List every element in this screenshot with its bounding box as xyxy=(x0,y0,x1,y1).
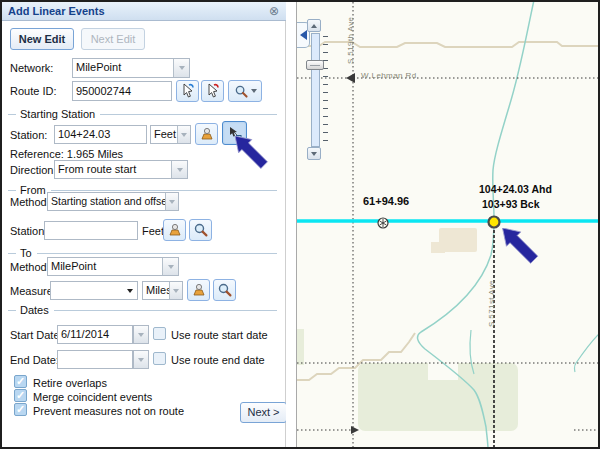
start-date-input[interactable]: 6/11/2014 xyxy=(57,325,133,344)
map-canvas xyxy=(297,2,598,447)
from-station-label: Station: xyxy=(10,225,47,237)
add-linear-events-panel: Add Linear Events ⊗ New Edit Next Edit N… xyxy=(2,2,286,447)
chevron-down-icon[interactable] xyxy=(127,289,133,293)
chevron-down-icon xyxy=(251,89,257,93)
zoom-slider-track[interactable] xyxy=(311,33,320,147)
to-method-value: MilePoint xyxy=(48,258,162,275)
chevron-down-icon xyxy=(173,289,179,293)
chevron-down-icon xyxy=(179,66,185,70)
station-unit-trigger xyxy=(177,126,190,143)
selected-station-point[interactable] xyxy=(489,217,500,228)
zoom-in-button[interactable] xyxy=(307,19,321,32)
chevron-down-icon xyxy=(168,265,174,269)
parcel-area-2 xyxy=(431,242,445,253)
station-ahead-label: 104+24.03 Ahd xyxy=(479,183,552,195)
dates-legend: Dates xyxy=(8,304,277,316)
chevron-down-icon xyxy=(138,333,144,337)
end-date-input[interactable] xyxy=(57,350,133,369)
to-unit-value: Miles xyxy=(143,282,169,299)
to-measure-tool-button[interactable] xyxy=(187,279,210,301)
route-id-label: Route ID: xyxy=(10,85,56,97)
road-label-s571st: S 571st Ave xyxy=(487,280,496,327)
retire-overlaps-label: Retire overlaps xyxy=(33,377,107,389)
from-method-select[interactable]: Starting station and offset xyxy=(47,192,179,211)
network-select[interactable]: MilePoint xyxy=(72,58,190,78)
station-reference-marker xyxy=(378,218,388,228)
to-method-trigger xyxy=(162,258,178,275)
cursor-clear-icon xyxy=(205,83,221,99)
end-date-trigger[interactable] xyxy=(133,350,149,369)
chevron-up-icon xyxy=(311,24,317,28)
magnifier-icon xyxy=(193,222,209,238)
new-edit-button[interactable]: New Edit xyxy=(10,28,74,50)
from-measure-tool-button[interactable] xyxy=(163,219,186,241)
panel-title: Add Linear Events xyxy=(2,2,286,21)
chevron-down-icon xyxy=(169,200,175,204)
close-icon[interactable]: ⊗ xyxy=(269,4,279,19)
zoom-slider-handle[interactable] xyxy=(306,60,324,70)
to-measure-label: Measure: xyxy=(10,285,56,297)
milepost-tool-icon xyxy=(167,222,183,238)
to-method-select[interactable]: MilePoint xyxy=(47,257,179,276)
from-method-trigger xyxy=(165,193,178,210)
network-value: MilePoint xyxy=(73,59,173,77)
milepost-tool-icon xyxy=(199,126,215,142)
station-reference-label: 61+94.96 xyxy=(363,195,409,207)
clear-route-selection-button[interactable] xyxy=(201,80,224,102)
to-unit-select[interactable]: Miles xyxy=(142,281,183,300)
to-measure-combo[interactable] xyxy=(50,281,138,300)
next-edit-button: Next Edit xyxy=(81,28,145,50)
magnifier-icon xyxy=(234,84,249,99)
use-route-start-date-label: Use route start date xyxy=(171,329,268,341)
next-button[interactable]: Next > xyxy=(240,402,287,423)
vegetation-sliver xyxy=(297,329,304,365)
network-trigger[interactable] xyxy=(173,59,189,77)
reference-text: Reference: 1.965 Miles xyxy=(10,148,123,160)
use-route-end-date-label: Use route end date xyxy=(171,354,265,366)
magnifier-icon xyxy=(217,282,233,298)
prevent-measures-checkbox[interactable] xyxy=(14,403,27,416)
chevron-down-icon xyxy=(138,358,144,362)
use-route-end-date-checkbox[interactable] xyxy=(153,352,166,365)
station-label: Station: xyxy=(10,129,47,141)
road-label-w-lehman: W Lehman Rd xyxy=(361,71,417,80)
merge-coincident-events-checkbox[interactable] xyxy=(14,389,27,402)
road-label-s519th: S 519th Ave xyxy=(346,17,355,64)
station-measure-tool-button[interactable] xyxy=(195,123,218,145)
direction-label: Direction: xyxy=(10,164,56,176)
to-search-button[interactable] xyxy=(213,279,236,301)
direction-trigger xyxy=(171,161,187,178)
retire-overlaps-checkbox[interactable] xyxy=(14,375,27,388)
route-search-dropdown-button[interactable] xyxy=(228,80,262,102)
route-id-input[interactable]: 950002744 xyxy=(72,81,172,101)
annotation-arrow-map xyxy=(501,228,541,265)
panel-map-divider xyxy=(286,2,296,447)
use-route-start-date-checkbox[interactable] xyxy=(153,327,166,340)
station-input[interactable]: 104+24.03 xyxy=(54,125,147,144)
application-window: Add Linear Events ⊗ New Edit Next Edit N… xyxy=(0,0,600,449)
annotation-arrow-panel xyxy=(233,136,271,170)
direction-value: From route start xyxy=(55,161,171,178)
chevron-down-icon xyxy=(177,168,183,172)
start-date-label: Start Date: xyxy=(10,329,63,341)
from-method-label: Method: xyxy=(10,196,50,208)
start-date-trigger[interactable] xyxy=(133,325,149,344)
zoom-slider-ticks xyxy=(323,36,328,148)
select-route-on-map-button[interactable] xyxy=(176,80,199,102)
from-method-value: Starting station and offset xyxy=(48,193,165,210)
to-method-label: Method: xyxy=(10,261,50,273)
map-view[interactable]: 61+94.96 104+24.03 Ahd 103+93 Bck W Lehm… xyxy=(296,2,598,447)
starting-station-legend: Starting Station xyxy=(8,108,277,120)
network-label: Network: xyxy=(10,62,53,74)
station-unit-select[interactable]: Feet xyxy=(150,125,191,144)
milepost-tool-icon xyxy=(191,282,207,298)
zoom-out-button[interactable] xyxy=(307,147,321,160)
from-station-input[interactable] xyxy=(44,221,138,240)
prevent-measures-label: Prevent measures not on route xyxy=(33,405,184,417)
chevron-down-icon xyxy=(181,133,187,137)
end-date-label: End Date: xyxy=(10,354,59,366)
merge-coincident-events-label: Merge coincident events xyxy=(33,391,152,403)
from-search-button[interactable] xyxy=(189,219,212,241)
station-back-label: 103+93 Bck xyxy=(482,198,540,210)
direction-select[interactable]: From route start xyxy=(54,160,188,179)
